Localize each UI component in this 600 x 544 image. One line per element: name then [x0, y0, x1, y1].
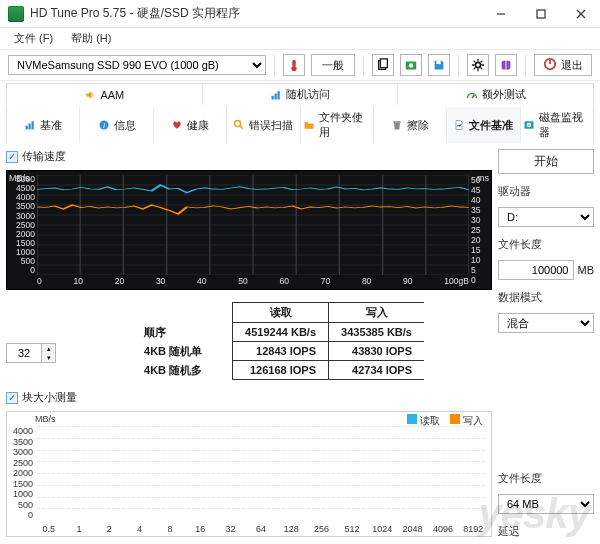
minimize-button[interactable] — [486, 0, 516, 28]
file-len-unit: MB — [578, 264, 595, 276]
device-select[interactable]: NVMeSamsung SSD 990 EVO (1000 gB) — [8, 55, 266, 75]
gauge-icon — [466, 89, 478, 101]
line-chart-svg — [37, 175, 469, 275]
svg-point-6 — [409, 63, 413, 67]
file-icon — [453, 119, 465, 131]
svg-point-19 — [235, 121, 241, 127]
svg-rect-13 — [278, 91, 280, 99]
trash-icon — [391, 119, 403, 131]
tab-health[interactable]: 健康 — [154, 107, 227, 143]
file-len2-select[interactable]: 64 MB — [498, 494, 594, 514]
tab-label: 健康 — [187, 118, 209, 133]
exit-icon — [543, 57, 557, 73]
tab-random[interactable]: 随机访问 — [203, 84, 399, 105]
speaker-icon — [84, 89, 96, 101]
tab-filebench[interactable]: 文件基准 — [447, 107, 520, 143]
drive-select[interactable]: D: — [498, 207, 594, 227]
svg-rect-7 — [436, 61, 440, 65]
toolbar-separator — [363, 55, 364, 75]
bar-xticks: 0.512481632641282565121024204840968192 — [37, 524, 485, 534]
toolbar-separator — [274, 55, 275, 75]
menu-bar: 文件 (F) 帮助 (H) — [0, 28, 600, 50]
bar-yticks: 40003500300025002000150010005000 — [7, 426, 35, 520]
tab-label: 磁盘监视器 — [539, 110, 591, 140]
maximize-button[interactable] — [526, 0, 556, 28]
file-len-label: 文件长度 — [498, 237, 594, 252]
toolbar-separator — [525, 55, 526, 75]
chart-icon — [24, 119, 36, 131]
tab-label: 额外测试 — [482, 87, 526, 102]
temperature-icon — [283, 54, 305, 76]
tab-folder[interactable]: 文件夹使用 — [301, 107, 374, 143]
skin-icon[interactable] — [495, 54, 517, 76]
transfer-checkbox[interactable] — [6, 151, 18, 163]
bar-plot — [37, 426, 485, 520]
section-transfer-title: 传输速度 — [6, 149, 492, 164]
transfer-chart: MB/s ms 50004500400035003000250020001500… — [6, 170, 492, 290]
right-panel: 开始 驱动器 D: 文件长度 MB 数据模式 混合 文件长度 64 MB 延迟 … — [498, 147, 594, 544]
svg-rect-1 — [292, 60, 296, 67]
close-button[interactable] — [566, 0, 596, 28]
menu-help[interactable]: 帮助 (H) — [63, 29, 119, 48]
tab-monitor[interactable]: 磁盘监视器 — [521, 107, 593, 143]
svg-rect-16 — [32, 121, 34, 129]
tab-aam[interactable]: AAM — [7, 84, 203, 105]
svg-rect-12 — [275, 93, 277, 99]
file-len2-label: 文件长度 — [498, 471, 594, 486]
tab-scan[interactable]: 错误扫描 — [227, 107, 300, 143]
copy-icon[interactable] — [372, 54, 394, 76]
threads-input[interactable] — [7, 344, 41, 362]
legend-swatch-write — [450, 414, 460, 424]
drive-label: 驱动器 — [498, 184, 594, 199]
tab-info[interactable]: i信息 — [80, 107, 153, 143]
blocksize-chart: MB/s 读取 写入 40003500300025002000150010005… — [6, 411, 492, 537]
window-controls — [486, 0, 596, 28]
section-label: 传输速度 — [22, 149, 66, 164]
file-len-input[interactable] — [498, 260, 574, 280]
section-label: 块大小测量 — [22, 390, 77, 405]
title-bar: HD Tune Pro 5.75 - 硬盘/SSD 实用程序 — [0, 0, 600, 28]
tabs-lower: 基准i信息健康错误扫描文件夹使用擦除文件基准磁盘监视器 — [6, 107, 594, 143]
spinner-up[interactable]: ▴ — [41, 344, 55, 353]
legend-write: 写入 — [463, 415, 483, 426]
data-mode-select[interactable]: 混合 — [498, 313, 594, 333]
tab-label: 文件夹使用 — [319, 110, 371, 140]
tab-label: 擦除 — [407, 118, 429, 133]
threads-spinner[interactable]: ▴ ▾ — [6, 343, 56, 363]
screenshot-icon[interactable] — [400, 54, 422, 76]
tab-basic[interactable]: 基准 — [7, 107, 80, 143]
legend-read: 读取 — [420, 415, 440, 426]
tab-erase[interactable]: 擦除 — [374, 107, 447, 143]
svg-rect-0 — [537, 10, 545, 18]
tab-extra[interactable]: 额外测试 — [398, 84, 593, 105]
info-icon: i — [98, 119, 110, 131]
spinner-down[interactable]: ▾ — [41, 353, 55, 362]
tab-label: 文件基准 — [469, 118, 513, 133]
main-content: 传输速度 MB/s ms 500045004000350030002500200… — [0, 143, 600, 544]
exit-label: 退出 — [561, 58, 583, 73]
tab-label: 错误扫描 — [249, 118, 293, 133]
menu-file[interactable]: 文件 (F) — [6, 29, 61, 48]
settings-icon[interactable] — [467, 54, 489, 76]
save-icon[interactable] — [428, 54, 450, 76]
svg-point-23 — [528, 124, 530, 126]
exit-button[interactable]: 退出 — [534, 54, 592, 76]
app-icon — [8, 6, 24, 22]
left-pane: 传输速度 MB/s ms 500045004000350030002500200… — [6, 147, 492, 544]
svg-rect-14 — [26, 126, 28, 130]
device-select-wrap: NVMeSamsung SSD 990 EVO (1000 gB) — [8, 55, 266, 75]
toolbar-separator — [458, 55, 459, 75]
toolbar: NVMeSamsung SSD 990 EVO (1000 gB) 一般 退出 — [0, 50, 600, 81]
svg-rect-11 — [272, 95, 274, 99]
svg-point-2 — [291, 66, 296, 71]
data-mode-label: 数据模式 — [498, 290, 594, 305]
legend-swatch-read — [407, 414, 417, 424]
chart-icon — [270, 89, 282, 101]
tab-label: 随机访问 — [286, 87, 330, 102]
start-button[interactable]: 开始 — [498, 149, 594, 174]
disk-icon — [523, 119, 535, 131]
svg-rect-15 — [29, 124, 31, 130]
blocksize-checkbox[interactable] — [6, 392, 18, 404]
tab-label: 信息 — [114, 118, 136, 133]
tab-label: 基准 — [40, 118, 62, 133]
